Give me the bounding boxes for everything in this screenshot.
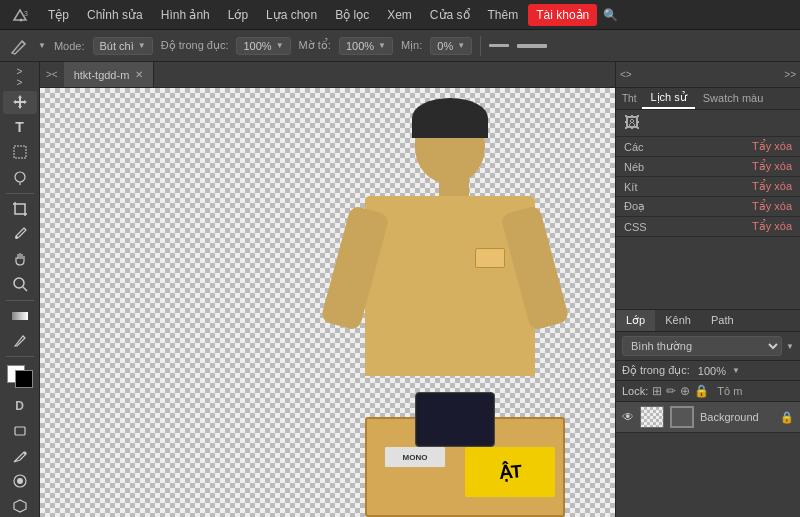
tool-move[interactable] [3,91,37,114]
svg-point-13 [17,478,23,484]
history-row-0[interactable]: Các Tẩy xóa [616,137,800,157]
layers-mode-row: Bình thường ▼ [616,332,800,361]
default-colors-btn[interactable]: D [3,394,37,417]
layer-visibility-icon[interactable]: 👁 [622,410,634,424]
tool-icon: 3 [4,2,38,28]
layers-tab-kenh[interactable]: Kênh [655,310,701,331]
opacity-value: 100% [243,40,271,52]
layers-lock-row: Lock: ⊞ ✏ ⊕ 🔒 Tô m [616,381,800,402]
history-prefix-4: CSS [624,221,752,233]
flow-value: 100% [346,40,374,52]
history-prefix-3: Đoạ [624,200,752,213]
history-action-1[interactable]: Tẩy xóa [752,160,792,173]
lock-label: Lock: [622,385,648,397]
color-swatches[interactable] [7,365,33,388]
tool-zoom[interactable] [3,273,37,296]
svg-point-0 [20,18,23,21]
panel-collapse-btn[interactable]: >> [3,66,37,89]
history-action-2[interactable]: Tẩy xóa [752,180,792,193]
canvas-tab-name: htkt-tgdd-m [74,69,130,81]
opacity-label: Độ trong đục: [161,39,229,52]
history-action-0[interactable]: Tẩy xóa [752,140,792,153]
tool-gradient[interactable] [3,305,37,328]
fill-label: Tô m [717,385,742,397]
swatch-tab[interactable]: Swatch màu [695,89,772,109]
menu-boloc[interactable]: Bộ lọc [327,4,377,26]
lock-all-icon[interactable]: 🔒 [694,384,709,398]
tool-dropdown-arrow[interactable]: ▼ [38,41,46,50]
canvas-tab-close[interactable]: ✕ [135,69,143,80]
tool-brush[interactable] [3,329,37,352]
opacity-selector[interactable]: 100% ▼ [236,37,290,55]
history-tab[interactable]: Lịch sử [642,88,694,109]
canvas-tab[interactable]: htkt-tgdd-m ✕ [64,62,155,87]
panel-tht-label: Tht [616,91,642,106]
menu-lop[interactable]: Lớp [220,4,256,26]
tool-crop[interactable] [3,198,37,221]
layers-panel: Lớp Kênh Path Bình thường ▼ Độ trong đục… [616,310,800,517]
svg-line-2 [22,41,25,44]
svg-point-6 [15,236,18,239]
layers-tab-lop[interactable]: Lớp [616,310,655,331]
tool-text[interactable]: T [3,116,37,139]
menu-chinhedit[interactable]: Chỉnh sửa [79,4,151,26]
history-panel: 🖼 Các Tẩy xóa Néb Tẩy xóa Kít Tẩy xóa Đo… [616,110,800,310]
mode-selector[interactable]: Bút chì ▼ [93,37,153,55]
menu-xem[interactable]: Xem [379,4,420,26]
menu-tep[interactable]: Tệp [40,4,77,26]
stroke-style-1[interactable] [489,44,509,47]
opacity-arrow: ▼ [732,366,740,375]
lock-move-icon[interactable]: ⊕ [680,384,690,398]
menu-cuaso[interactable]: Cửa sổ [422,4,478,26]
tool-pen[interactable] [3,444,37,467]
lock-brush-icon[interactable]: ✏ [666,384,676,398]
history-row-2[interactable]: Kít Tẩy xóa [616,177,800,197]
stroke-style-2[interactable] [517,44,547,48]
image-icon: 🖼 [624,114,640,132]
tool-separator-2 [6,300,34,301]
menu-them[interactable]: Thêm [480,4,527,26]
menu-account[interactable]: Tài khoản [528,4,597,26]
history-row-3[interactable]: Đoạ Tẩy xóa [616,197,800,217]
mode-value: Bút chì [100,40,134,52]
blend-mode-select[interactable]: Bình thường [622,336,782,356]
background-color[interactable] [15,370,33,388]
search-icon[interactable]: 🔍 [603,8,618,22]
tool-selection[interactable] [3,141,37,164]
history-action-4[interactable]: Tẩy xóa [752,220,792,233]
layer-item-background[interactable]: 👁 Background 🔒 [616,402,800,433]
flow-selector[interactable]: 100% ▼ [339,37,393,55]
tool-mask[interactable] [3,469,37,492]
canvas-expand-btn[interactable]: >< [40,69,64,80]
layers-tab-path[interactable]: Path [701,310,744,331]
layer-lock-icon: 🔒 [780,411,794,424]
panel-left-collapse[interactable]: <> [620,69,632,80]
blend-mode-arrow: ▼ [786,342,794,351]
menu-hinhanh[interactable]: Hình ảnh [153,4,218,26]
tool-separator-3 [6,356,34,357]
history-tab-bar: Tht Lịch sử Swatch màu [616,88,800,110]
menu-bar: 3 Tệp Chỉnh sửa Hình ảnh Lớp Lựa chọn Bộ… [0,0,800,30]
history-action-3[interactable]: Tẩy xóa [752,200,792,213]
tool-eyedropper[interactable] [3,223,37,246]
history-row-4[interactable]: CSS Tẩy xóa [616,217,800,237]
history-prefix-0: Các [624,141,752,153]
lock-checkerboard-icon[interactable]: ⊞ [652,384,662,398]
history-row-1[interactable]: Néb Tẩy xóa [616,157,800,177]
tool-hand[interactable] [3,248,37,271]
smooth-selector[interactable]: 0% ▼ [430,37,472,55]
history-prefix-1: Néb [624,161,752,173]
mode-dropdown-arrow: ▼ [138,41,146,50]
layer-name: Background [700,411,759,423]
tool-3d[interactable] [3,494,37,517]
tool-lasso[interactable] [3,166,37,189]
toolbar-separator [480,36,481,56]
right-panel: <> >> Tht Lịch sử Swatch màu 🖼 Các Tẩy x… [615,62,800,517]
panel-right-collapse[interactable]: >> [784,69,796,80]
flow-dropdown-arrow: ▼ [378,41,386,50]
tool-eraser[interactable] [3,419,37,442]
menu-luachon[interactable]: Lựa chọn [258,4,325,26]
svg-rect-9 [12,312,28,320]
canvas-image: ẬT MONO [285,88,585,517]
svg-point-4 [15,172,25,182]
